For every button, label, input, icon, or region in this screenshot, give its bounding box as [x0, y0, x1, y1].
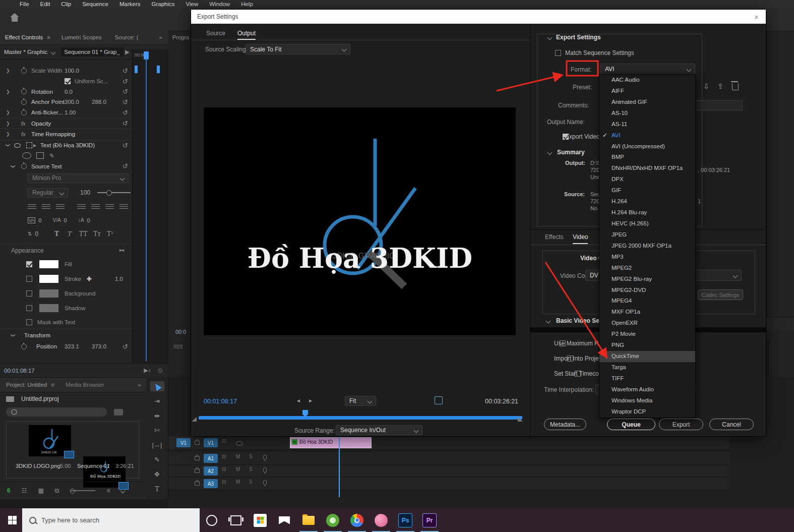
voiceover-mic-icon[interactable]	[263, 455, 267, 460]
format-option-waveform-audio[interactable]: Waveform Audio	[599, 384, 695, 395]
menu-window[interactable]: Window	[204, 1, 235, 7]
reset-icon[interactable]: ↺	[123, 142, 128, 149]
format-option-h-264-blu-ray[interactable]: H.264 Blu-ray	[599, 207, 695, 218]
out-point-icon[interactable]: ►	[308, 398, 313, 403]
project-item-name[interactable]: Sequence 01	[77, 463, 110, 469]
task-view-button[interactable]	[224, 508, 248, 532]
tab-source[interactable]: Source: (	[115, 34, 139, 40]
lock-icon[interactable]	[195, 441, 200, 445]
format-option-targa[interactable]: Targa	[599, 362, 695, 373]
menu-clip[interactable]: Clip	[55, 1, 77, 7]
mail-icon[interactable]	[272, 508, 296, 532]
source-scaling-dropdown[interactable]: Scale To Fit	[246, 44, 350, 54]
format-dropdown[interactable]: AVI	[600, 64, 695, 75]
format-option-aac-audio[interactable]: AAC Audio	[599, 75, 695, 86]
property-row-anchor-point[interactable]: Anchor Point 300.0 288.0 ↺	[0, 97, 132, 107]
match-sequence-checkbox[interactable]	[555, 50, 561, 56]
project-item-name[interactable]: 3DKID LOGO.png	[16, 463, 60, 469]
faux-bold-icon[interactable]: T	[54, 230, 59, 238]
property-row-scale-width[interactable]: ❯ Scale Width 100.0 ↺	[0, 66, 132, 76]
format-option-jpeg[interactable]: JPEG	[599, 229, 695, 241]
source-patch-v1[interactable]: V1	[176, 438, 191, 447]
export-frame-icon[interactable]: ⎙	[158, 367, 162, 374]
panel-menu-icon[interactable]: ≡	[47, 34, 50, 40]
video-preview[interactable]: 3DKID GRAPHIC Đồ Họa 3DKID	[204, 107, 516, 335]
crop-icon[interactable]	[435, 396, 443, 404]
twirl-icon[interactable]: ❯	[6, 132, 10, 137]
property-value[interactable]: 0.0	[65, 89, 73, 95]
all-caps-icon[interactable]: TT	[79, 230, 87, 238]
fill-color-swatch[interactable]	[39, 260, 58, 268]
tab-program-monitor[interactable]: Progra	[172, 34, 189, 40]
lock-icon[interactable]	[195, 469, 200, 473]
leading-value[interactable]: 0	[87, 217, 90, 223]
font-family-dropdown[interactable]: Minion Pro	[28, 173, 129, 183]
format-option-dnxhr-dnxhd-mxf-op1a[interactable]: DNxHR/DNxHD MXF OP1a	[599, 163, 695, 174]
in-point-icon[interactable]: ◄	[296, 398, 301, 403]
menu-graphics[interactable]: Graphics	[146, 1, 180, 7]
save-preset-icon[interactable]: ⇩	[703, 82, 709, 90]
keyframe-bar-icon[interactable]	[157, 66, 160, 73]
project-filename[interactable]: Untitled.prproj	[21, 395, 59, 402]
tab-effects[interactable]: Effects	[545, 233, 563, 241]
format-option-mpeg2[interactable]: MPEG2	[599, 263, 695, 274]
sync-lock-icon[interactable]: ⊟	[222, 466, 226, 472]
ellipse-tool-icon[interactable]	[22, 152, 31, 159]
tab-lumetri-scopes[interactable]: Lumetri Scopes	[62, 34, 102, 40]
menu-edit[interactable]: Edit	[35, 1, 56, 7]
format-option-gif[interactable]: GIF	[599, 185, 695, 196]
audio-track-a2[interactable]: A2⊟MS	[168, 465, 729, 478]
stopwatch-icon[interactable]	[21, 163, 27, 169]
background-row[interactable]: Background	[0, 286, 132, 301]
current-timecode[interactable]: 00:01:08:17	[204, 398, 237, 405]
reset-icon[interactable]: ↺	[123, 109, 128, 116]
panel-timecode[interactable]: 00:01:08:17	[4, 368, 35, 374]
audio-track-a1[interactable]: A1⊟MS	[168, 452, 729, 465]
menu-markers[interactable]: Markers	[114, 1, 146, 7]
track-output-eye-icon[interactable]	[236, 441, 243, 446]
cortana-button[interactable]	[200, 508, 224, 532]
reset-icon[interactable]: ↺	[123, 162, 128, 170]
sort-icon[interactable]: ≡	[106, 487, 110, 494]
solo-button[interactable]: S	[249, 466, 253, 472]
twirl-icon[interactable]: ❯	[6, 121, 10, 126]
tab-video[interactable]: Video	[573, 233, 588, 244]
stopwatch-icon[interactable]	[21, 68, 27, 74]
property-value[interactable]: 323.1	[65, 343, 79, 349]
property-value[interactable]: 373.0	[92, 343, 106, 349]
master-clip-label[interactable]: Master * Graphic	[4, 49, 47, 55]
property-row-rotation[interactable]: ❯ Rotation 0.0 ↺	[0, 86, 132, 97]
justify-right-icon[interactable]	[105, 204, 114, 210]
format-option-mxf-op1a[interactable]: MXF OP1a	[599, 307, 695, 318]
twirl-open-icon[interactable]: ❯	[6, 143, 11, 147]
lock-icon[interactable]	[195, 456, 200, 460]
mask-with-text-checkbox[interactable]	[26, 319, 32, 325]
format-option-quicktime[interactable]: QuickTime	[599, 351, 695, 362]
media-app-icon[interactable]	[369, 508, 393, 532]
add-stroke-icon[interactable]: ✚	[87, 275, 92, 282]
font-style-dropdown[interactable]: Regular	[28, 188, 68, 198]
stroke-color-swatch[interactable]	[39, 275, 58, 283]
timeline-playhead[interactable]	[339, 437, 340, 497]
property-value[interactable]: 300.0	[65, 99, 79, 105]
justify-center-icon[interactable]	[91, 204, 100, 210]
small-caps-icon[interactable]: Tт	[93, 230, 101, 238]
home-icon[interactable]	[8, 12, 20, 24]
icon-view-icon[interactable]: ▦	[38, 487, 43, 494]
range-end-handle[interactable]	[518, 417, 523, 422]
delete-preset-icon[interactable]	[732, 83, 739, 90]
transform-section[interactable]: ❯ Transform	[0, 329, 132, 341]
format-option-bmp[interactable]: BMP	[599, 152, 695, 163]
shadow-color-swatch[interactable]	[39, 304, 58, 312]
twirl-icon[interactable]: ❯	[6, 68, 10, 73]
panel-menu-icon[interactable]: ≡	[51, 382, 54, 388]
format-option-animated-gif[interactable]: Animated GIF	[599, 97, 695, 108]
panel-overflow-icon[interactable]: »	[159, 34, 162, 40]
track-select-forward-tool[interactable]: ⇥	[150, 396, 164, 406]
taskbar-search-input[interactable]: Type here to search	[22, 508, 200, 532]
tracking-value[interactable]: 0	[64, 217, 67, 223]
sequence-clip-label[interactable]: Sequence 01 * Grap_	[61, 47, 123, 56]
eye-icon[interactable]	[14, 143, 21, 148]
solo-button[interactable]: S	[249, 454, 253, 459]
background-color-swatch[interactable]	[39, 289, 58, 298]
